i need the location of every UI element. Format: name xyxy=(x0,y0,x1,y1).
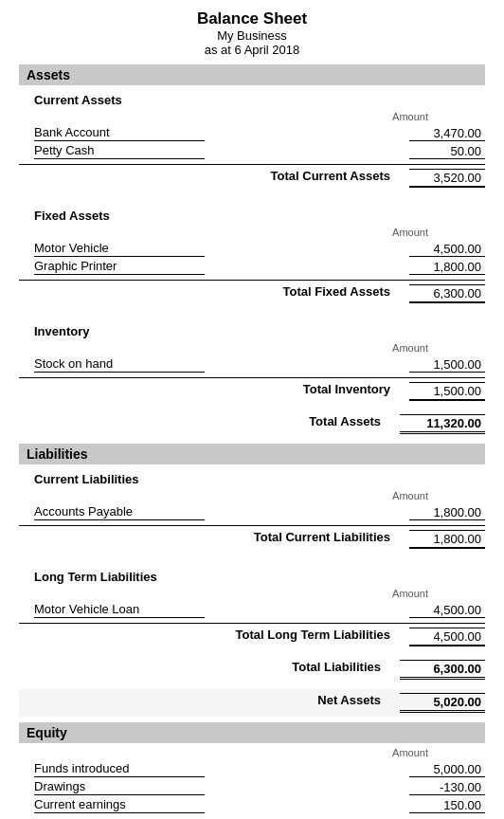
inventory-amount-col-label: Amount xyxy=(19,342,485,354)
current-liabilities-title: Current Liabilities xyxy=(34,472,485,486)
current-assets-amount-col-label: Amount xyxy=(19,111,485,122)
page: Balance Sheet My Business as at 6 April … xyxy=(0,0,504,819)
total-current-assets-row: Total Current Assets 3,520.00 xyxy=(19,164,485,191)
petty-cash-row: Petty Cash 50.00 xyxy=(19,142,485,160)
fixed-assets-amount-col-label: Amount xyxy=(19,227,485,238)
current-earnings-row: Current earnings 150.00 xyxy=(19,796,485,814)
drawings-amount: -130.00 xyxy=(409,780,485,795)
total-liabilities-amount: 6,300.00 xyxy=(400,660,485,680)
accounts-payable-row: Accounts Payable 1,800.00 xyxy=(19,503,485,521)
total-liabilities-label: Total Liabilities xyxy=(292,660,381,680)
current-assets-title: Current Assets xyxy=(34,93,485,107)
total-assets-label: Total Assets xyxy=(309,414,381,434)
total-current-liabilities-label: Total Current Liabilities xyxy=(254,530,390,549)
accounts-payable-label: Accounts Payable xyxy=(34,504,205,520)
total-assets-row: Total Assets 11,320.00 xyxy=(19,410,485,438)
total-assets-amount: 11,320.00 xyxy=(400,414,485,434)
graphic-printer-label: Graphic Printer xyxy=(34,259,205,275)
motor-vehicle-label: Motor Vehicle xyxy=(34,241,205,257)
total-inventory-row: Total Inventory 1,500.00 xyxy=(19,377,485,405)
net-assets-label: Net Assets xyxy=(317,693,381,713)
motor-vehicle-row: Motor Vehicle 4,500.00 xyxy=(19,240,485,258)
graphic-printer-amount: 1,800.00 xyxy=(409,260,485,275)
total-fixed-assets-label: Total Fixed Assets xyxy=(283,284,390,303)
petty-cash-label: Petty Cash xyxy=(34,143,205,159)
assets-section-header: Assets xyxy=(19,64,485,85)
graphic-printer-row: Graphic Printer 1,800.00 xyxy=(19,258,485,276)
total-fixed-assets-amount: 6,300.00 xyxy=(409,284,485,303)
business-name: My Business xyxy=(19,28,485,43)
report-date: as at 6 April 2018 xyxy=(19,43,485,57)
bank-account-label: Bank Account xyxy=(34,125,205,141)
motor-vehicle-amount: 4,500.00 xyxy=(409,242,485,257)
equity-amount-col-label: Amount xyxy=(19,747,485,758)
bank-account-amount: 3,470.00 xyxy=(409,126,485,141)
motor-vehicle-loan-amount: 4,500.00 xyxy=(409,603,485,618)
report-header: Balance Sheet My Business as at 6 April … xyxy=(19,9,485,57)
motor-vehicle-loan-row: Motor Vehicle Loan 4,500.00 xyxy=(19,601,485,619)
inventory-title: Inventory xyxy=(34,324,485,338)
funds-introduced-amount: 5,000.00 xyxy=(409,762,485,777)
long-term-liabilities-amount-col-label: Amount xyxy=(19,588,485,599)
stock-on-hand-amount: 1,500.00 xyxy=(409,357,485,373)
total-current-assets-amount: 3,520.00 xyxy=(409,169,485,188)
total-inventory-amount: 1,500.00 xyxy=(409,382,485,401)
total-current-liabilities-row: Total Current Liabilities 1,800.00 xyxy=(19,525,485,553)
fixed-assets-title: Fixed Assets xyxy=(34,209,485,223)
drawings-row: Drawings -130.00 xyxy=(19,778,485,796)
motor-vehicle-loan-label: Motor Vehicle Loan xyxy=(34,602,205,618)
net-assets-amount: 5,020.00 xyxy=(400,693,485,713)
equity-section-header: Equity xyxy=(19,722,485,743)
total-current-assets-label: Total Current Assets xyxy=(271,169,390,188)
long-term-liabilities-title: Long Term Liabilities xyxy=(34,570,485,584)
total-current-liabilities-amount: 1,800.00 xyxy=(409,530,485,549)
total-fixed-assets-row: Total Fixed Assets 6,300.00 xyxy=(19,280,485,307)
petty-cash-amount: 50.00 xyxy=(409,144,485,159)
current-earnings-label: Current earnings xyxy=(34,797,205,813)
liabilities-section-header: Liabilities xyxy=(19,444,485,464)
total-liabilities-row: Total Liabilities 6,300.00 xyxy=(19,656,485,683)
total-long-term-liabilities-label: Total Long Term Liabilities xyxy=(236,628,390,646)
net-assets-row: Net Assets 5,020.00 xyxy=(19,689,485,717)
current-liabilities-amount-col-label: Amount xyxy=(19,490,485,501)
stock-on-hand-row: Stock on hand 1,500.00 xyxy=(19,355,485,373)
bank-account-row: Bank Account 3,470.00 xyxy=(19,124,485,142)
stock-on-hand-label: Stock on hand xyxy=(34,356,205,373)
accounts-payable-amount: 1,800.00 xyxy=(409,505,485,520)
total-long-term-liabilities-amount: 4,500.00 xyxy=(409,628,485,646)
report-title: Balance Sheet xyxy=(19,9,485,28)
total-inventory-label: Total Inventory xyxy=(303,382,390,401)
total-long-term-liabilities-row: Total Long Term Liabilities 4,500.00 xyxy=(19,623,485,650)
current-earnings-amount: 150.00 xyxy=(409,798,485,813)
drawings-label: Drawings xyxy=(34,779,205,795)
funds-introduced-label: Funds introduced xyxy=(34,761,205,777)
funds-introduced-row: Funds introduced 5,000.00 xyxy=(19,760,485,778)
